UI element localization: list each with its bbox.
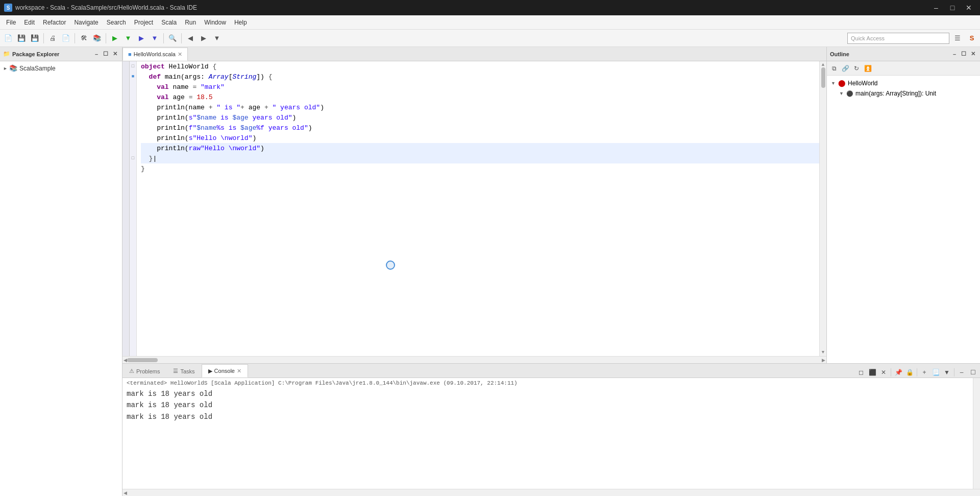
scroll-thumb-h[interactable] <box>127 358 158 362</box>
outline-panel: Outline – ☐ ✕ ⧉ 🔗 ↻ ⏫ <box>827 47 980 363</box>
save-all-button[interactable]: 💾 <box>29 32 41 44</box>
menu-file[interactable]: File <box>2 17 20 28</box>
menu-navigate[interactable]: Navigate <box>70 17 102 28</box>
gutter-5 <box>122 102 129 112</box>
next-edit-button[interactable]: ▶ <box>198 32 210 44</box>
bottom-tabs-left: ⚠ Problems ☰ Tasks ▶ Console ✕ <box>122 364 248 377</box>
debug-dropdown[interactable]: ▼ <box>149 32 161 44</box>
maximize-bottom-button[interactable]: ☐ <box>968 367 978 377</box>
console-new-button[interactable]: + <box>919 367 929 377</box>
outline-item-main[interactable]: ▼ ⚫ main(args: Array[String]): Unit <box>827 88 980 99</box>
fold-btn-1[interactable]: □ <box>130 61 136 72</box>
separator-3 <box>106 33 106 43</box>
outline-link-editor[interactable]: 🔗 <box>840 63 850 74</box>
menu-window[interactable]: Window <box>200 17 230 28</box>
nav-dropdown[interactable]: ▼ <box>211 32 223 44</box>
code-line-5: println(name + " is "+ age + " years old… <box>141 102 819 112</box>
editor-tab-helloworld[interactable]: ■ HelloWorld.scala ✕ <box>122 48 188 61</box>
open-resource-button[interactable]: 📚 <box>91 32 103 44</box>
close-panel-button[interactable]: ✕ <box>111 50 119 58</box>
separator-2 <box>75 33 75 43</box>
outline-sync[interactable]: ↻ <box>851 63 862 74</box>
scroll-left[interactable]: ◀ <box>124 490 127 495</box>
menu-edit[interactable]: Edit <box>20 17 39 28</box>
outline-header: Outline – ☐ ✕ <box>827 47 980 61</box>
tab-problems[interactable]: ⚠ Problems <box>122 364 166 377</box>
run-button[interactable]: ▶ <box>109 32 121 44</box>
console-dropdown[interactable]: ▼ <box>942 367 952 377</box>
code-line-8: println(s"Hello \nworld") <box>141 133 819 143</box>
run-dropdown[interactable]: ▼ <box>122 32 134 44</box>
console-tab-close[interactable]: ✕ <box>237 368 241 374</box>
separator <box>891 368 891 376</box>
console-pin-button[interactable]: 📌 <box>893 367 903 377</box>
open-type-button[interactable]: 🛠 <box>78 32 90 44</box>
perspective-button[interactable]: ☰ <box>951 32 964 44</box>
code-area[interactable]: object HelloWorld { def main(args: Array… <box>137 61 819 356</box>
menu-scala[interactable]: Scala <box>157 17 181 28</box>
tab-close-button[interactable]: ✕ <box>178 51 182 58</box>
close-button[interactable]: ✕ <box>962 3 976 13</box>
bottom-tabs: ⚠ Problems ☰ Tasks ▶ Console ✕ ◻ ⬛ <box>122 364 980 378</box>
editor-area[interactable]: □ ■ □ object HelloWorld { <box>122 61 826 356</box>
console-area[interactable]: <terminated> HelloWorldS [Scala Applicat… <box>122 378 973 489</box>
search-button[interactable]: 🔍 <box>166 32 179 44</box>
editor-scrollbar-h[interactable]: ◀ ▶ <box>122 356 826 363</box>
properties-button[interactable]: 📄 <box>60 32 72 44</box>
minimize-panel-button[interactable]: – <box>92 50 101 58</box>
console-label: Console <box>214 368 235 374</box>
scroll-up-arrow[interactable]: ▲ <box>822 62 824 67</box>
fold-5 <box>130 102 136 112</box>
console-remove-button[interactable]: ✕ <box>878 367 889 377</box>
separator-1 <box>43 33 44 43</box>
scroll-right-arrow[interactable]: ▶ <box>822 358 825 363</box>
tab-console[interactable]: ▶ Console ✕ <box>202 364 248 377</box>
scroll-thumb-v[interactable] <box>821 67 825 88</box>
fold-btn-10[interactable]: □ <box>130 153 136 163</box>
editor-scrollbar-v[interactable]: ▲ ▼ <box>819 61 826 356</box>
console-scrollbar-h[interactable]: ◀ <box>122 489 980 496</box>
editor-tabs: ■ HelloWorld.scala ✕ <box>122 47 826 61</box>
scroll-left-arrow[interactable]: ◀ <box>124 358 127 363</box>
debug-button[interactable]: ▶ <box>135 32 148 44</box>
outline-maximize-button[interactable]: ☐ <box>960 50 968 58</box>
code-line-2: def main(args: Array[String]) { <box>141 72 819 82</box>
save-button[interactable]: 💾 <box>15 32 28 44</box>
maximize-panel-button[interactable]: ☐ <box>102 50 110 58</box>
fold-8 <box>130 133 136 143</box>
gutter-9 <box>122 143 129 153</box>
minimize-bottom-button[interactable]: – <box>957 367 967 377</box>
scala-perspective-button[interactable]: S <box>966 32 978 44</box>
code-line-9: println(raw"Hello \nworld") <box>141 143 819 153</box>
menu-refactor[interactable]: Refactor <box>39 17 70 28</box>
outline-close-button[interactable]: ✕ <box>969 50 977 58</box>
new-button[interactable]: 📄 <box>2 32 14 44</box>
minimize-button[interactable]: – <box>929 3 943 13</box>
prev-edit-button[interactable]: ◀ <box>184 32 197 44</box>
print-button[interactable]: 🖨 <box>46 32 59 44</box>
outline-sort[interactable]: ⏫ <box>863 63 873 74</box>
fold-btn-2[interactable]: ■ <box>130 72 136 82</box>
outline-minimize-button[interactable]: – <box>950 50 959 58</box>
bottom-main: <terminated> HelloWorldS [Scala Applicat… <box>122 378 980 489</box>
quick-access-input[interactable]: Quick Access <box>847 33 949 44</box>
project-item[interactable]: ► 📚 ScalaSample <box>0 63 122 73</box>
console-open-button[interactable]: 📃 <box>930 367 941 377</box>
menu-help[interactable]: Help <box>230 17 251 28</box>
outline-collapse-all[interactable]: ⧉ <box>829 63 839 74</box>
console-clear-button[interactable]: ◻ <box>856 367 866 377</box>
outline-main-label: main(args: Array[String]): Unit <box>855 90 936 97</box>
scroll-down-arrow[interactable]: ▼ <box>822 350 824 355</box>
menu-run[interactable]: Run <box>181 17 200 28</box>
main-layout: 📁 Package Explorer – ☐ ✕ ► 📚 ScalaSample <box>0 47 980 496</box>
menu-search[interactable]: Search <box>103 17 130 28</box>
separator-5 <box>181 33 182 43</box>
maximize-button[interactable]: □ <box>945 3 960 13</box>
outline-item-helloworld[interactable]: ▼ ⬤ HelloWorld <box>827 78 980 88</box>
bottom-area: ⚠ Problems ☰ Tasks ▶ Console ✕ ◻ ⬛ <box>122 363 980 496</box>
menu-project[interactable]: Project <box>130 17 157 28</box>
console-scroll-lock[interactable]: 🔒 <box>904 367 915 377</box>
console-scrollbar-v[interactable] <box>973 378 980 489</box>
tab-tasks[interactable]: ☰ Tasks <box>166 364 201 377</box>
console-terminate-button[interactable]: ⬛ <box>867 367 877 377</box>
